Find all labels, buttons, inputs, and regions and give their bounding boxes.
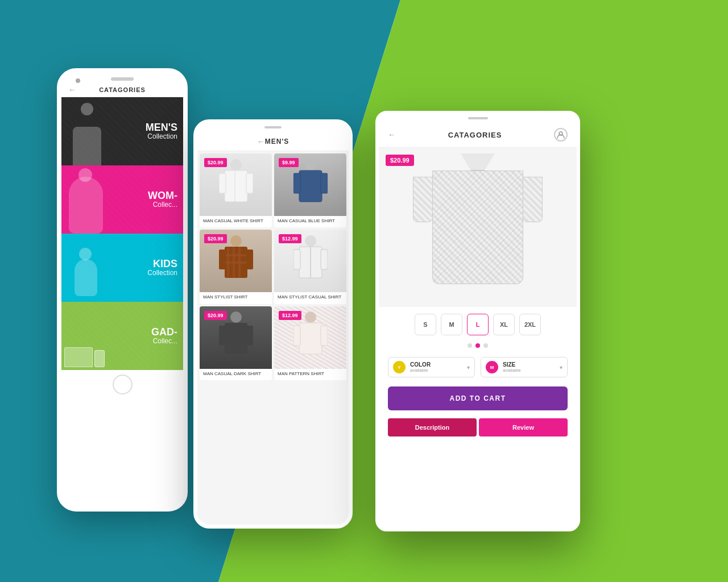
product-card-4[interactable]: $12.99 MAN STYLIST CASUAL SHIRT xyxy=(274,230,346,304)
size-select[interactable]: M SIZE available ▾ xyxy=(481,357,568,377)
svg-point-23 xyxy=(230,311,242,323)
price-badge-3: $20.99 xyxy=(204,234,227,243)
image-dots xyxy=(379,339,577,352)
gadgets-label-sub: Collec... xyxy=(151,337,177,345)
phone-categories: ← CATAGORIES MEN'S Collection xyxy=(57,68,188,512)
color-select[interactable]: Y COLOR available ▾ xyxy=(388,357,475,377)
product-name-2: MAN CASUAL BLUE SHIRT xyxy=(274,216,346,227)
svg-rect-17 xyxy=(246,250,253,269)
svg-rect-7 xyxy=(293,173,300,193)
size-label: SIZE xyxy=(503,361,555,368)
tab-row: Description Review xyxy=(388,418,568,436)
color-sub: available xyxy=(410,368,462,373)
home-button[interactable] xyxy=(113,375,133,394)
price-badge-6: $12.99 xyxy=(279,311,301,320)
phone1-content: MEN'S Collection WOM- Collec... xyxy=(61,97,183,370)
mens-label-main: MEN'S xyxy=(146,122,177,132)
product-img-4: $12.99 xyxy=(274,230,346,292)
product-card-6[interactable]: $12.99 MAN PATTERN SHIRT xyxy=(274,306,346,380)
size-btn-m[interactable]: M xyxy=(441,314,462,335)
svg-rect-6 xyxy=(299,171,322,202)
svg-rect-26 xyxy=(246,326,253,346)
category-womens[interactable]: WOM- Collec... xyxy=(61,165,183,234)
dot-2 xyxy=(475,343,480,348)
back-arrow-icon-3[interactable]: ← xyxy=(388,130,396,139)
gadgets-figure xyxy=(64,347,105,367)
svg-rect-25 xyxy=(219,326,226,346)
product-card-2[interactable]: $9.99 MAN CASUAL BLUE SHIRT xyxy=(274,153,346,227)
hero-price-badge: $20.99 xyxy=(386,155,414,166)
gadgets-label: GAD- Collec... xyxy=(151,327,177,345)
color-text: COLOR available xyxy=(410,361,462,373)
product-card-5[interactable]: $20.99 MAN CASUAL DARK SHIRT xyxy=(200,306,272,380)
product-img-6: $12.99 xyxy=(274,306,346,369)
phone-product-detail: ← CATAGORIES $20.99 xyxy=(375,111,580,531)
size-btn-l[interactable]: L xyxy=(467,314,489,335)
mens-label: MEN'S Collection xyxy=(146,122,177,140)
phone2-title: MEN'S xyxy=(265,138,289,146)
product-name-3: MAN STYLIST SHIRT xyxy=(200,292,272,304)
svg-rect-2 xyxy=(219,173,226,193)
svg-rect-28 xyxy=(299,323,322,354)
size-text: SIZE available xyxy=(503,361,555,373)
product-grid: $20.99 MAN CASUAL WHITE SHIRT xyxy=(197,151,349,383)
description-tab[interactable]: Description xyxy=(388,418,477,436)
svg-rect-24 xyxy=(225,323,247,354)
category-kids[interactable]: KIDS Collection xyxy=(61,234,183,302)
kids-label-main: KIDS xyxy=(147,259,177,269)
product-img-2: $9.99 xyxy=(274,153,346,216)
phone-mens-list: ← MEN'S $20.99 xyxy=(193,119,353,529)
product-name-4: MAN STYLIST CASUAL SHIRT xyxy=(274,292,346,304)
category-gadgets[interactable]: GAD- Collec... xyxy=(61,302,183,370)
back-arrow-icon-2[interactable]: ← xyxy=(257,137,265,146)
phone3-title: CATAGORIES xyxy=(448,131,502,139)
svg-point-5 xyxy=(305,159,316,171)
review-tab[interactable]: Review xyxy=(479,418,568,436)
options-row: Y COLOR available ▾ M SIZE available ▾ xyxy=(379,352,577,382)
svg-point-0 xyxy=(230,159,242,171)
product-card-3[interactable]: $20.99 xyxy=(200,230,272,304)
svg-rect-3 xyxy=(246,173,253,193)
svg-rect-8 xyxy=(321,173,328,193)
mens-label-sub: Collection xyxy=(146,132,177,140)
profile-icon[interactable] xyxy=(554,128,568,142)
product-img-5: $20.99 xyxy=(200,306,272,369)
product-name-5: MAN CASUAL DARK SHIRT xyxy=(200,369,272,380)
svg-rect-21 xyxy=(321,250,328,269)
phone-notch xyxy=(61,73,183,83)
size-chevron-icon: ▾ xyxy=(560,364,562,371)
phone3-header: ← CATAGORIES xyxy=(379,122,577,148)
mens-figure xyxy=(64,100,110,165)
svg-rect-14 xyxy=(225,254,247,256)
kids-label: KIDS Collection xyxy=(147,259,177,277)
phone-speaker xyxy=(111,77,134,81)
phone2-header: ← MEN'S xyxy=(197,132,349,151)
category-mens[interactable]: MEN'S Collection xyxy=(61,97,183,165)
womens-label-sub: Collec... xyxy=(148,201,177,209)
price-badge-4: $12.99 xyxy=(279,234,301,243)
womens-label: WOM- Collec... xyxy=(148,190,177,209)
svg-point-9 xyxy=(230,235,242,247)
product-name-1: MAN CASUAL WHITE SHIRT xyxy=(200,216,272,227)
size-circle: M xyxy=(486,361,498,373)
back-arrow-icon[interactable]: ← xyxy=(68,85,76,94)
svg-rect-1 xyxy=(225,171,247,202)
product-img-1: $20.99 xyxy=(200,153,272,216)
size-btn-s[interactable]: S xyxy=(415,314,436,335)
womens-label-main: WOM- xyxy=(148,190,177,201)
size-btn-2xl[interactable]: 2XL xyxy=(519,314,541,335)
svg-rect-30 xyxy=(321,326,328,346)
scene: ← CATAGORIES MEN'S Collection xyxy=(0,0,728,582)
price-badge-1: $20.99 xyxy=(204,158,227,167)
price-badge-5: $20.99 xyxy=(204,311,227,320)
add-to-cart-button[interactable]: ADD TO CART xyxy=(388,386,568,410)
size-btn-xl[interactable]: XL xyxy=(493,314,515,335)
product-hero-image: $20.99 xyxy=(379,148,577,307)
size-selector: S M L XL 2XL xyxy=(379,307,577,339)
color-chevron-icon: ▾ xyxy=(467,364,470,371)
svg-rect-15 xyxy=(225,261,247,264)
kids-figure xyxy=(67,242,104,302)
svg-point-18 xyxy=(305,235,316,247)
product-card-1[interactable]: $20.99 MAN CASUAL WHITE SHIRT xyxy=(200,153,272,227)
svg-point-27 xyxy=(305,311,316,323)
